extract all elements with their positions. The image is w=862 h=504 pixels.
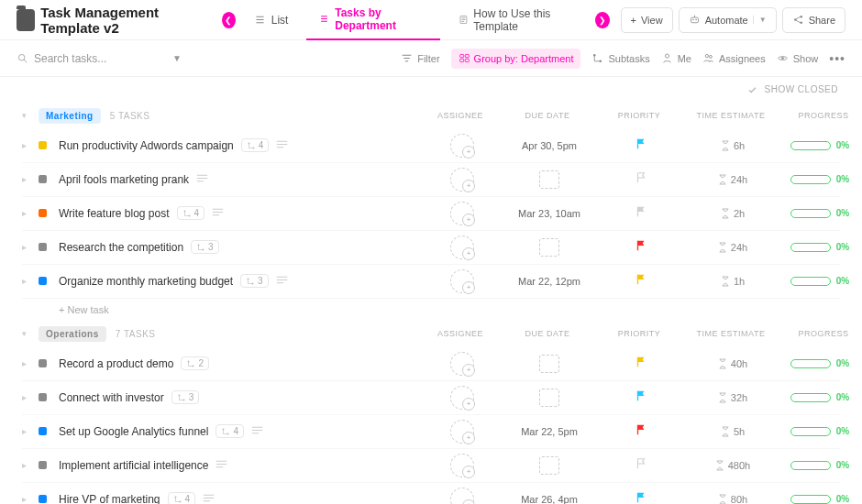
caret-icon[interactable]: ▸ [22, 426, 39, 436]
priority-flag[interactable] [600, 239, 682, 255]
status-square[interactable] [39, 461, 47, 469]
task-row[interactable]: ▸Hire VP of marketing 4Mar 26, 4pm80h0% [22, 483, 840, 504]
group-by-chip[interactable]: Group by: Department [451, 49, 581, 69]
assignee-add[interactable] [450, 420, 474, 444]
view-button[interactable]: +View [621, 7, 673, 33]
status-square[interactable] [39, 175, 47, 183]
subtask-count-badge[interactable]: 4 [168, 492, 196, 504]
task-name-cell[interactable]: Implement artificial intelligence [59, 459, 425, 472]
priority-flag[interactable] [600, 356, 682, 371]
due-date-empty[interactable] [539, 355, 559, 373]
priority-flag[interactable] [600, 457, 682, 473]
automate-button[interactable]: Automate ▼ [679, 7, 777, 33]
progress-cell[interactable]: 0% [783, 174, 856, 184]
assignee-add[interactable] [450, 134, 474, 158]
caret-icon[interactable]: ▸ [22, 392, 39, 402]
task-row[interactable]: ▸Organize monthly marketing budget 3Mar … [22, 265, 840, 299]
caret-icon[interactable]: ▸ [22, 174, 39, 184]
me-button[interactable]: Me [661, 52, 691, 64]
task-name-cell[interactable]: April fools marketing prank [59, 173, 425, 186]
task-row[interactable]: ▸Implement artificial intelligence480h0% [22, 449, 840, 483]
assignees-button[interactable]: Assignees [702, 52, 766, 64]
time-estimate[interactable]: 40h [682, 358, 783, 369]
status-square[interactable] [39, 243, 47, 251]
task-name-cell[interactable]: Run productivity Adwords campaign 4 [59, 138, 425, 152]
time-estimate[interactable]: 2h [682, 208, 783, 219]
status-square[interactable] [39, 359, 47, 367]
task-row[interactable]: ▸Write feature blog post 4Mar 23, 10am2h… [22, 197, 840, 231]
subtask-count-badge[interactable]: 4 [241, 138, 270, 152]
time-estimate[interactable]: 480h [682, 460, 783, 471]
due-date[interactable]: Apr 30, 5pm [499, 140, 600, 151]
tab-how-to-use[interactable]: How to Use this Template [446, 0, 591, 40]
assignee-add[interactable] [450, 202, 474, 225]
assignee-add[interactable] [450, 168, 474, 192]
subtask-count-badge[interactable]: 3 [240, 274, 269, 288]
status-square[interactable] [39, 277, 47, 285]
tab-tasks-by-dept[interactable]: Tasks by Department [306, 0, 439, 40]
description-icon[interactable] [276, 275, 288, 288]
subtask-count-badge[interactable]: 4 [216, 424, 244, 438]
description-icon[interactable] [216, 459, 227, 472]
time-estimate[interactable]: 32h [682, 392, 783, 403]
priority-flag[interactable] [600, 389, 682, 405]
caret-icon[interactable]: ▸ [22, 208, 39, 218]
status-square[interactable] [39, 495, 47, 503]
priority-flag[interactable] [600, 205, 682, 221]
progress-cell[interactable]: 0% [783, 358, 856, 368]
task-name-cell[interactable]: Hire VP of marketing 4 [59, 492, 425, 504]
task-name-cell[interactable]: Record a product demo 2 [59, 356, 425, 370]
collapse-toggle[interactable]: ▾ [22, 111, 39, 120]
subtask-count-badge[interactable]: 4 [177, 206, 205, 220]
progress-cell[interactable]: 0% [783, 460, 856, 470]
assignee-add[interactable] [450, 386, 474, 410]
status-square[interactable] [39, 141, 47, 149]
due-date-empty[interactable] [539, 389, 559, 407]
group-name-pill[interactable]: Operations [39, 326, 106, 342]
description-icon[interactable] [212, 207, 224, 220]
description-icon[interactable] [203, 493, 215, 504]
task-row[interactable]: ▸Run productivity Adwords campaign 4Apr … [22, 129, 840, 163]
caret-icon[interactable]: ▸ [22, 358, 39, 368]
task-row[interactable]: ▸April fools marketing prank24h0% [22, 163, 840, 197]
time-estimate[interactable]: 1h [682, 276, 783, 287]
time-estimate[interactable]: 5h [682, 426, 783, 437]
description-icon[interactable] [251, 425, 263, 438]
show-closed-toggle[interactable]: SHOW CLOSED [0, 77, 862, 103]
progress-cell[interactable]: 0% [783, 392, 856, 402]
more-button[interactable]: ••• [829, 51, 845, 66]
assignee-add[interactable] [450, 269, 474, 293]
task-name-cell[interactable]: Research the competition 3 [59, 240, 425, 254]
nav-next-button[interactable]: ❯ [595, 12, 609, 28]
new-task-button[interactable]: + New task [22, 299, 840, 321]
due-date[interactable]: Mar 22, 5pm [499, 426, 600, 437]
task-row[interactable]: ▸Record a product demo 240h0% [22, 347, 840, 381]
due-date[interactable]: Mar 23, 10am [499, 208, 600, 219]
share-button[interactable]: Share [782, 7, 845, 33]
task-name-cell[interactable]: Write feature blog post 4 [59, 206, 425, 220]
subtasks-button[interactable]: Subtasks [591, 52, 649, 64]
subtask-count-badge[interactable]: 3 [191, 240, 219, 254]
show-button[interactable]: Show [777, 52, 819, 64]
due-date-empty[interactable] [539, 170, 559, 189]
task-row[interactable]: ▸Connect with investor 332h0% [22, 381, 840, 415]
filter-button[interactable]: Filter [401, 52, 439, 64]
time-estimate[interactable]: 24h [682, 174, 783, 185]
caret-icon[interactable]: ▸ [22, 276, 39, 286]
priority-flag[interactable] [600, 171, 682, 187]
due-date-empty[interactable] [539, 238, 559, 257]
progress-cell[interactable]: 0% [783, 276, 856, 286]
subtask-count-badge[interactable]: 2 [181, 356, 209, 370]
assignee-add[interactable] [450, 488, 474, 504]
priority-flag[interactable] [600, 423, 682, 439]
task-row[interactable]: ▸Set up Google Analytics funnel 4Mar 22,… [22, 415, 840, 449]
due-date[interactable]: Mar 26, 4pm [499, 494, 600, 504]
time-estimate[interactable]: 24h [682, 242, 783, 253]
assignee-add[interactable] [450, 236, 474, 259]
caret-icon[interactable]: ▸ [22, 140, 39, 150]
time-estimate[interactable]: 80h [682, 494, 783, 504]
collapse-toggle[interactable]: ▾ [22, 329, 39, 338]
status-square[interactable] [39, 427, 47, 435]
progress-cell[interactable]: 0% [783, 208, 856, 218]
due-date-empty[interactable] [539, 456, 559, 475]
